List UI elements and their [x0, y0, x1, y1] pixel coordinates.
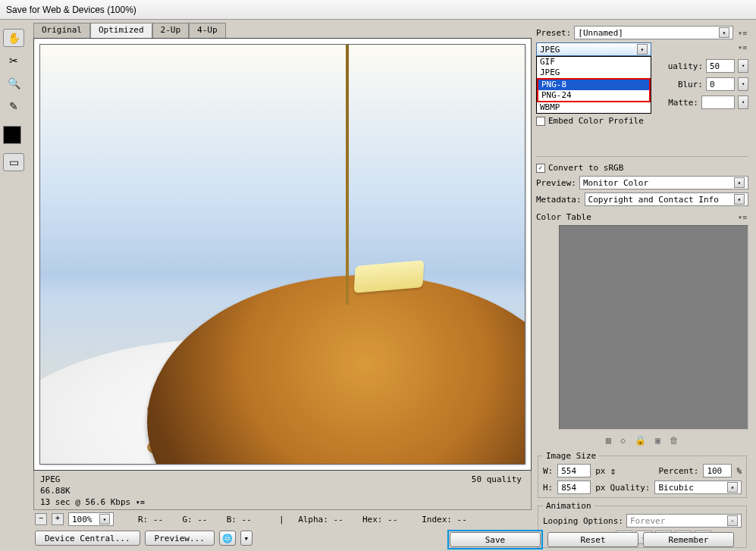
srgb-label: Convert to sRGB [548, 163, 623, 173]
format-area: JPEG ▾ GIF JPEG PNG-8 PNG-24 WBMP [536, 42, 657, 110]
ct-transparency-icon[interactable]: ◇ [620, 435, 626, 446]
readout-r: R: -- [138, 515, 163, 524]
browser-dropdown-button[interactable]: ▾ [240, 531, 253, 546]
link-icon[interactable]: ⇕ [610, 465, 616, 477]
w-label: W: [543, 466, 553, 476]
color-table[interactable] [559, 225, 748, 430]
slice-tool-icon[interactable]: ✂ [3, 52, 24, 70]
looping-label: Looping Options: [543, 516, 623, 526]
format-option-png24[interactable]: PNG-24 [538, 90, 649, 101]
image-size-legend: Image Size [543, 451, 599, 461]
preset-combo[interactable]: [Unnamed]▾ [574, 26, 733, 39]
remember-button[interactable]: Remember [643, 532, 734, 547]
color-table-label: Color Table [536, 212, 591, 222]
resize-quality-combo[interactable]: Bicubic▾ [654, 481, 742, 494]
image-info: JPEG 66.88K 13 sec @ 56.6 Kbps ▾≡ 50 qua… [33, 471, 532, 510]
tab-optimized[interactable]: Optimized [90, 23, 152, 38]
info-format: JPEG [40, 474, 525, 485]
main-layout: ✋ ✂ 🔍 ✎ ▭ Original Optimized 2-Up 4-Up [0, 20, 756, 551]
image-viewport[interactable] [33, 38, 532, 471]
preview-syrup [346, 45, 349, 305]
info-size: 66.88K [40, 485, 525, 496]
readout-alpha: Alpha: -- [298, 515, 343, 524]
preset-label: Preset: [536, 28, 571, 38]
device-central-button[interactable]: Device Central... [35, 531, 140, 546]
preview-space-label: Preview: [536, 178, 576, 188]
info-speed: 13 sec @ 56.6 Kbps [40, 497, 130, 507]
format-option-gif[interactable]: GIF [537, 57, 651, 67]
preview-space-combo[interactable]: Monitor Color▾ [579, 176, 748, 189]
preview-tabs: Original Optimized 2-Up 4-Up [33, 23, 532, 38]
preset-row: Preset: [Unnamed]▾ ▾≡ [536, 26, 748, 39]
looping-combo[interactable]: Forever▾ [626, 514, 742, 528]
format-option-jpeg[interactable]: JPEG [537, 67, 651, 78]
ct-trash-icon[interactable]: 🗑 [670, 435, 679, 446]
srgb-checkbox[interactable]: ✓ [536, 164, 545, 173]
ct-new-icon[interactable]: ▣ [655, 435, 660, 446]
tab-original[interactable]: Original [33, 23, 90, 38]
format-option-png8[interactable]: PNG-8 [538, 80, 649, 90]
embed-profile-checkbox[interactable] [536, 117, 545, 126]
zoom-tool-icon[interactable]: 🔍 [3, 74, 24, 92]
h-label: H: [543, 483, 553, 493]
slice-visibility-icon[interactable]: ▭ [3, 153, 24, 171]
blur-label: Blur: [678, 80, 703, 89]
reset-button[interactable]: Reset [547, 532, 638, 547]
matte-dropdown[interactable]: ▾ [738, 95, 748, 109]
metadata-label: Metadata: [536, 195, 582, 205]
foreground-swatch[interactable] [3, 126, 21, 144]
browser-icon-button[interactable]: 🌐 [219, 531, 236, 546]
ct-lock-icon[interactable]: 🔒 [635, 435, 646, 446]
preset-flyout-icon[interactable]: ▾≡ [736, 28, 748, 37]
metadata-combo[interactable]: Copyright and Contact Info▾ [585, 193, 748, 206]
eyedropper-tool-icon[interactable]: ✎ [3, 97, 24, 115]
matte-swatch[interactable] [701, 95, 735, 109]
blur-field[interactable]: 0 [706, 77, 735, 91]
chevron-down-icon: ▾ [637, 44, 648, 55]
preview-button[interactable]: Preview... [145, 531, 215, 546]
matte-label: Matte: [668, 98, 698, 108]
preview-butter [354, 260, 425, 293]
animation-legend: Animation [543, 501, 594, 511]
width-field[interactable] [557, 464, 591, 477]
settings-panel: Preset: [Unnamed]▾ ▾≡ JPEG ▾ GIF JPEG [535, 23, 753, 548]
format-dropdown-list: GIF JPEG PNG-8 PNG-24 WBMP [536, 56, 651, 114]
format-combo[interactable]: JPEG ▾ GIF JPEG PNG-8 PNG-24 WBMP [536, 42, 651, 56]
readout-index: Index: -- [422, 515, 467, 524]
percent-field[interactable] [703, 464, 732, 477]
px-label: px [595, 466, 605, 476]
readout-b: B: -- [227, 515, 252, 524]
window-title: Save for Web & Devices (100%) [6, 5, 136, 15]
quality-label: uality: [668, 61, 703, 71]
left-toolbar: ✋ ✂ 🔍 ✎ ▭ [3, 23, 30, 548]
format-flyout-icon[interactable]: ▾≡ [736, 42, 748, 52]
readout-g: G: -- [182, 515, 207, 524]
embed-profile-label: Embed Color Profile [548, 116, 644, 126]
resize-quality-label: Quality: [610, 483, 651, 493]
readout-hex: Hex: -- [362, 515, 397, 524]
ct-map-icon[interactable]: ▦ [606, 435, 611, 446]
zoom-in-button[interactable]: + [52, 513, 64, 525]
save-button[interactable]: Save [450, 532, 541, 547]
zoom-readout-row: − + 100%▾ R: -- G: -- B: -- | Alpha: -- … [33, 510, 532, 528]
tab-4up[interactable]: 4-Up [189, 23, 226, 38]
titlebar[interactable]: Save for Web & Devices (100%) [0, 0, 756, 20]
zoom-field[interactable]: 100%▾ [68, 512, 114, 526]
tab-2up[interactable]: 2-Up [152, 23, 190, 38]
height-field[interactable] [557, 481, 591, 494]
zoom-out-button[interactable]: − [35, 513, 47, 525]
speed-flyout-icon[interactable]: ▾≡ [136, 498, 145, 506]
hand-tool-icon[interactable]: ✋ [3, 29, 24, 47]
color-table-flyout-icon[interactable]: ▾≡ [736, 213, 748, 222]
format-selected: JPEG [540, 45, 560, 55]
image-size-group: Image Size W: px ⇕ Percent: % H: px Qual… [538, 451, 747, 498]
save-highlight: Save [447, 530, 543, 549]
blur-stepper[interactable]: ▾ [738, 77, 748, 91]
quality-field[interactable]: 50 [706, 59, 735, 73]
color-table-toolbar: ▦ ◇ 🔒 ▣ 🗑 [536, 433, 748, 448]
format-option-wbmp[interactable]: WBMP [537, 102, 651, 113]
quality-stepper[interactable]: ▾ [738, 59, 748, 73]
rule [536, 156, 748, 157]
percent-label-symbol: % [736, 466, 742, 476]
canvas [40, 45, 525, 464]
